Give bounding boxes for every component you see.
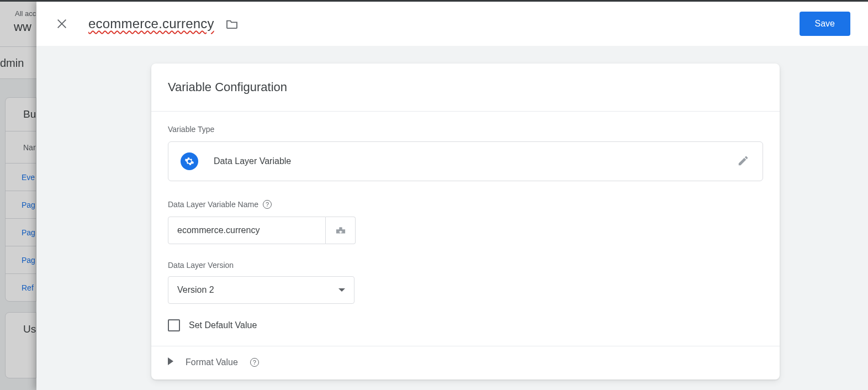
modal-scrim <box>0 2 36 390</box>
folder-icon <box>226 19 238 29</box>
variable-type-badge <box>181 152 198 170</box>
variable-name-label-text: Data Layer Variable Name <box>168 200 258 209</box>
drawer-header: ecommerce.currency Save <box>36 2 868 46</box>
variable-type-selector[interactable]: Data Layer Variable <box>168 141 763 181</box>
version-select[interactable]: Version 2 <box>168 276 354 304</box>
variable-config-card: Variable Configuration Variable Type Dat… <box>151 64 780 380</box>
svg-rect-2 <box>339 231 342 233</box>
pencil-icon <box>737 155 749 167</box>
variable-drawer: ecommerce.currency Save Variable Configu… <box>36 2 868 390</box>
variable-type-name: Data Layer Variable <box>214 156 291 166</box>
close-button[interactable] <box>49 10 75 37</box>
version-label: Data Layer Version <box>168 261 763 270</box>
svg-rect-0 <box>340 228 342 230</box>
help-icon[interactable]: ? <box>250 358 259 367</box>
folder-button[interactable] <box>225 18 239 29</box>
variable-title[interactable]: ecommerce.currency <box>88 16 214 31</box>
version-value: Version 2 <box>177 285 214 295</box>
format-value-label: Format Value <box>186 357 238 367</box>
save-button[interactable]: Save <box>800 12 850 36</box>
card-title: Variable Configuration <box>168 80 763 94</box>
dropdown-icon <box>338 288 345 292</box>
set-default-checkbox[interactable] <box>168 319 180 331</box>
format-value-toggle[interactable]: Format Value ? <box>168 346 763 380</box>
set-default-label: Set Default Value <box>189 320 257 330</box>
variable-title-text: ecommerce.currency <box>88 16 214 31</box>
chevron-right-icon <box>168 357 173 367</box>
gear-icon <box>184 156 194 166</box>
edit-type-button[interactable] <box>737 155 750 168</box>
variable-name-label: Data Layer Variable Name ? <box>168 200 763 209</box>
variable-picker-button[interactable] <box>326 217 356 244</box>
close-icon <box>56 18 68 30</box>
variable-name-input[interactable] <box>168 217 326 244</box>
help-icon[interactable]: ? <box>263 200 272 209</box>
brick-icon <box>335 225 347 235</box>
variable-type-label: Variable Type <box>168 125 763 134</box>
